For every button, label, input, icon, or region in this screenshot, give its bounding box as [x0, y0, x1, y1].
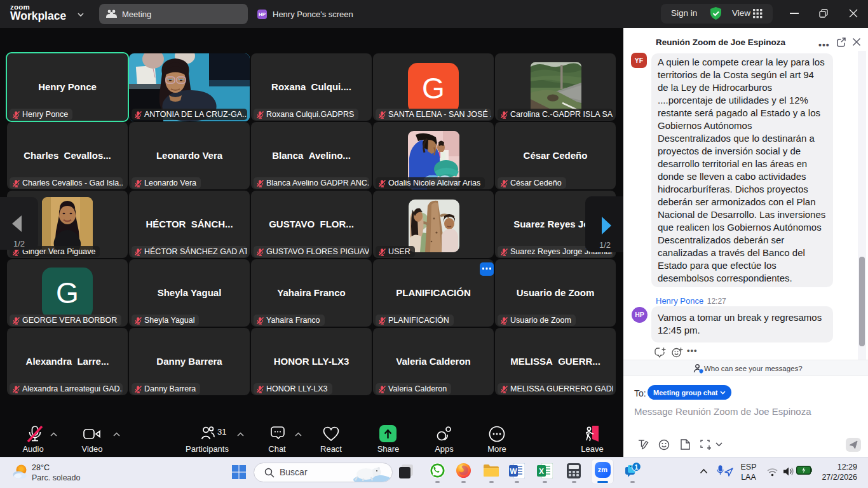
svg-text:W: W: [510, 467, 517, 476]
svg-text:X: X: [539, 467, 544, 476]
svg-text:1: 1: [635, 463, 639, 471]
